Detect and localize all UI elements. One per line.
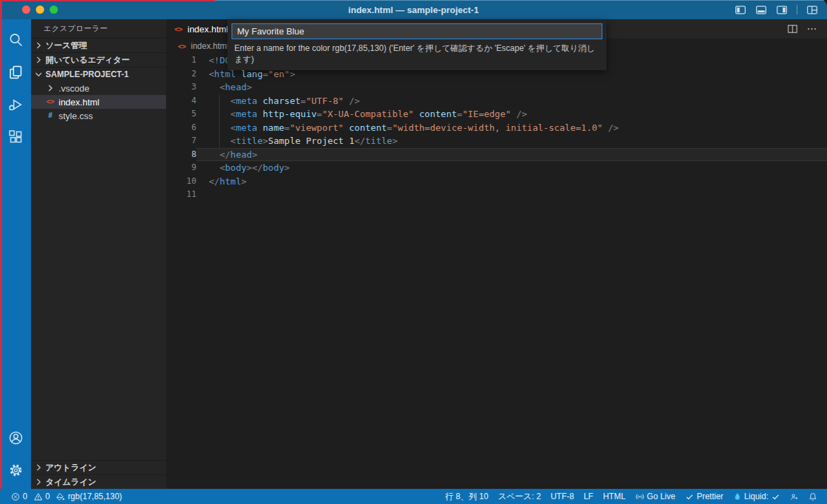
line-content: <meta http-equiv="X-UA-Compatible" conte… xyxy=(196,107,827,121)
file-tree-item-style-css[interactable]: #style.css xyxy=(31,109,166,123)
file-name: style.css xyxy=(59,111,93,121)
section-label: SAMPLE-PROJECT-1 xyxy=(45,70,129,79)
file-name: .vscode xyxy=(59,83,90,94)
code-line-10: 10</html> xyxy=(166,175,827,189)
status-item-feedback[interactable] xyxy=(790,492,799,501)
file-tree-item--vscode[interactable]: .vscode xyxy=(31,81,166,95)
minimize-window-button[interactable] xyxy=(36,6,44,14)
search-icon xyxy=(8,32,24,48)
section-project-root[interactable]: SAMPLE-PROJECT-1 xyxy=(31,67,166,81)
status-item-indentation[interactable]: スペース: 2 xyxy=(498,491,541,503)
line-number: 1 xyxy=(166,54,196,67)
zoom-window-button[interactable] xyxy=(50,6,58,14)
section-label: アウトライン xyxy=(45,462,96,474)
line-number: 3 xyxy=(166,81,196,94)
section-label: タイムライン xyxy=(45,476,96,488)
code-line-3: 3 <head> xyxy=(166,81,827,94)
status-item-problems-warnings[interactable]: 0 xyxy=(34,492,50,501)
status-bar: 00rgb(17,85,130) 行 8、列 10スペース: 2UTF-8LFH… xyxy=(0,489,827,504)
code-line-5: 5 <meta http-equiv="X-UA-Compatible" con… xyxy=(166,107,827,121)
code-line-7: 7 <title>Sample Project 1</title> xyxy=(166,134,827,148)
status-item-notifications[interactable] xyxy=(808,492,817,501)
activity-bar-item-explorer[interactable] xyxy=(0,56,31,88)
chevron-down-icon xyxy=(33,69,44,80)
activity-bar-item-search[interactable] xyxy=(0,23,31,56)
split-editor-icon[interactable] xyxy=(787,23,798,34)
window-edge-left xyxy=(0,0,2,489)
status-item-label: 0 xyxy=(45,492,50,501)
bell-icon xyxy=(808,492,817,501)
status-item-problems-errors[interactable]: 0 xyxy=(11,492,28,501)
section-outline[interactable]: アウトライン xyxy=(31,460,166,474)
check-icon xyxy=(685,492,694,501)
explorer-sidebar: エクスプローラー ソース管理 開いているエディター SAMPLE-PROJECT… xyxy=(31,19,166,489)
files-icon xyxy=(8,64,24,81)
activity-bar-items xyxy=(0,23,31,153)
line-content: <meta charset="UTF-8" /> xyxy=(196,94,827,108)
activity-bar-item-run-debug[interactable] xyxy=(0,88,31,120)
toggle-primary-sidebar-icon[interactable] xyxy=(735,4,746,16)
status-item-label: スペース: 2 xyxy=(498,491,541,503)
line-number: 2 xyxy=(166,67,196,81)
status-item-label: Liquid: xyxy=(744,492,768,501)
chevron-right-icon xyxy=(33,54,44,65)
line-content: </head> xyxy=(196,148,827,162)
tab-label: index.html xyxy=(187,24,228,34)
code-line-11: 11 xyxy=(166,188,827,202)
line-content xyxy=(196,188,827,202)
line-content: <head> xyxy=(196,81,827,94)
status-item-current-color[interactable]: rgb(17,85,130) xyxy=(56,492,122,501)
toggle-secondary-sidebar-icon[interactable] xyxy=(776,4,788,16)
line-number: 7 xyxy=(166,134,196,148)
line-number: 6 xyxy=(166,121,196,135)
line-number: 11 xyxy=(166,188,196,202)
file-tree: .vscode<>index.html#style.css xyxy=(31,81,166,123)
toggle-panel-icon[interactable] xyxy=(755,4,767,16)
activity-bar-item-settings[interactable] xyxy=(0,454,31,486)
paint-bucket-icon xyxy=(56,492,65,501)
quick-input-field[interactable] xyxy=(232,23,602,39)
status-bar-left: 00rgb(17,85,130) xyxy=(7,492,122,501)
titlebar-layout-controls xyxy=(735,4,827,16)
line-content: <body></body> xyxy=(196,161,827,175)
editor-group: <> index.html <> index.html 1<!DOCTYPE h… xyxy=(166,19,827,489)
status-item-language-mode[interactable]: HTML xyxy=(603,492,626,501)
section-open-editors[interactable]: 開いているエディター xyxy=(31,52,166,67)
chevron-right-icon xyxy=(33,40,44,51)
status-bar-right: 行 8、列 10スペース: 2UTF-8LFHTMLGo LivePrettie… xyxy=(445,491,820,503)
section-label: 開いているエディター xyxy=(45,54,130,66)
line-number: 8 xyxy=(166,148,196,162)
activity-bar-item-accounts[interactable] xyxy=(0,421,31,454)
code-editor[interactable]: 1<!DOCTYPE html>2<html lang="en">3 <head… xyxy=(166,54,827,489)
status-item-prettier[interactable]: Prettier xyxy=(685,492,724,501)
status-item-liquid[interactable]: Liquid: xyxy=(733,492,780,501)
status-item-cursor-position[interactable]: 行 8、列 10 xyxy=(445,491,489,503)
chevron-right-icon xyxy=(33,476,44,487)
customize-layout-icon[interactable] xyxy=(806,4,818,16)
minimap[interactable] xyxy=(795,55,821,78)
section-source-control[interactable]: ソース管理 xyxy=(31,38,166,52)
titlebar: index.html — sample-project-1 xyxy=(0,0,827,19)
chevron-right-icon xyxy=(33,462,44,473)
code-line-9: 9 <body></body> xyxy=(166,161,827,175)
section-timeline[interactable]: タイムライン xyxy=(31,474,166,489)
activity-bar xyxy=(0,19,31,489)
line-number: 5 xyxy=(166,107,196,121)
more-actions-icon[interactable] xyxy=(806,23,817,34)
code-line-8: 8 </head> xyxy=(166,148,827,162)
status-item-encoding[interactable]: UTF-8 xyxy=(551,492,574,501)
line-content: <title>Sample Project 1</title> xyxy=(196,134,827,148)
file-name: index.html xyxy=(59,97,99,107)
status-item-eol[interactable]: LF xyxy=(584,492,593,501)
file-tree-item-index-html[interactable]: <>index.html xyxy=(31,95,166,109)
chevron-right-icon xyxy=(45,83,56,94)
warning-icon xyxy=(34,492,43,501)
window-edge-top xyxy=(0,0,215,1)
activity-bar-item-extensions[interactable] xyxy=(0,120,31,153)
line-number: 9 xyxy=(166,161,196,175)
feedback-icon xyxy=(790,492,799,501)
status-item-go-live[interactable]: Go Live xyxy=(635,492,675,501)
code-line-6: 6 <meta name="viewport" content="width=d… xyxy=(166,121,827,135)
quick-input-prompt: Enter a name for the color rgb(17,85,130… xyxy=(227,42,606,66)
close-window-button[interactable] xyxy=(22,6,30,14)
